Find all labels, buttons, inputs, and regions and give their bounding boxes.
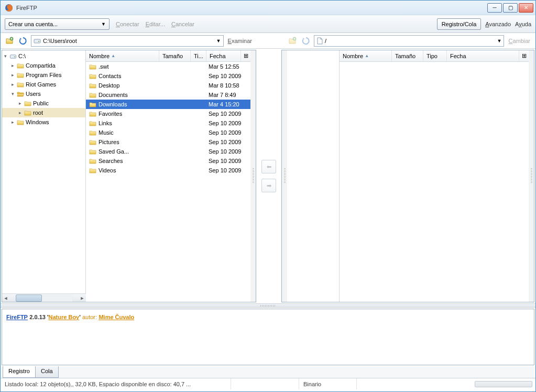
remote-tree[interactable] <box>287 50 340 302</box>
account-dropdown[interactable]: Crear una cuenta... ▼ <box>5 18 110 30</box>
remote-rows[interactable] <box>340 62 529 302</box>
local-pane-splitter[interactable] <box>250 50 256 302</box>
status-progress-bar <box>475 381 532 387</box>
file-row[interactable]: DocumentsMar 7 8:49 <box>86 90 250 100</box>
tree-node[interactable]: ▸Program Files <box>2 70 85 80</box>
file-row[interactable]: VideosSep 10 2009 <box>86 166 250 175</box>
local-new-folder-button[interactable] <box>4 35 15 47</box>
remote-refresh-button[interactable] <box>300 35 312 47</box>
folder-open-icon <box>17 91 24 97</box>
folder-icon <box>24 101 31 106</box>
col-date[interactable]: Fecha <box>206 50 241 61</box>
file-row[interactable]: .swtMar 5 12:55 <box>86 62 250 71</box>
twisty-icon: ▸ <box>12 82 17 87</box>
local-refresh-button[interactable] <box>17 35 29 47</box>
file-name: Desktop <box>99 82 119 89</box>
remote-new-folder-button[interactable] <box>287 35 298 47</box>
column-picker-button[interactable]: ⊞ <box>241 50 250 61</box>
main-area: ▾C:\▸Compartida▸Program Files▸Riot Games… <box>1 49 535 303</box>
edit-button[interactable]: Editar... <box>146 21 165 27</box>
remote-change-button[interactable]: Cambiar <box>506 38 532 44</box>
col-name[interactable]: Nombre▲ <box>340 50 392 61</box>
file-date: Sep 10 2009 <box>206 73 250 79</box>
tree-node[interactable]: ▾C:\ <box>2 51 85 61</box>
tree-node[interactable]: ▸root <box>2 108 85 117</box>
remote-path-text: / <box>325 38 495 44</box>
col-type[interactable]: Tipo <box>423 50 447 61</box>
col-size[interactable]: Tamaño <box>392 50 423 61</box>
tree-node[interactable]: ▸Riot Games <box>2 80 85 89</box>
tree-node[interactable]: ▾Users <box>2 89 85 99</box>
tree-node-label: C:\ <box>18 53 26 59</box>
folder-icon <box>17 63 24 69</box>
folder-icon <box>17 82 24 88</box>
close-button[interactable]: ✕ <box>519 3 533 13</box>
file-date: Mar 5 12:55 <box>206 63 250 70</box>
folder-icon <box>89 130 96 136</box>
local-path-text: C:\Users\root <box>43 38 214 44</box>
new-folder-icon <box>5 37 14 45</box>
log-product-link[interactable]: FireFTP <box>6 314 28 320</box>
local-path-combo[interactable]: C:\Users\root ▼ <box>31 35 224 47</box>
download-button[interactable]: ⬅ <box>261 160 276 173</box>
tab-cola[interactable]: Cola <box>35 366 59 378</box>
col-type[interactable]: Ti... <box>191 50 206 61</box>
file-row[interactable]: Saved Ga...Sep 10 2009 <box>86 147 250 156</box>
folder-icon <box>89 168 96 173</box>
folder-icon <box>89 139 96 145</box>
log-area: FireFTP 2.0.13 'Nature Boy' autor: Mime … <box>2 309 534 365</box>
file-name: Music <box>99 129 114 136</box>
tree-node-label: root <box>33 110 43 116</box>
app-icon <box>5 4 13 12</box>
help-menu[interactable]: Ayuda <box>515 21 531 27</box>
twisty-icon: ▸ <box>12 72 17 78</box>
col-size[interactable]: Tamaño <box>159 50 191 61</box>
tree-node-label: Windows <box>26 119 49 125</box>
file-row[interactable]: MusicSep 10 2009 <box>86 128 250 137</box>
file-row[interactable]: SearchesSep 10 2009 <box>86 156 250 166</box>
local-tree-hscroll[interactable]: ◄► <box>2 293 86 302</box>
file-name: Links <box>99 120 112 126</box>
folder-icon <box>17 72 24 78</box>
log-codename-link[interactable]: Nature Boy <box>49 314 80 320</box>
cancel-button[interactable]: Cancelar <box>171 21 194 27</box>
connect-button[interactable]: Conectar <box>116 21 139 27</box>
folder-icon <box>89 149 96 155</box>
file-name: Downloads <box>99 101 127 107</box>
folder-icon <box>89 121 96 126</box>
status-mid <box>231 378 299 389</box>
remote-pane-splitter-left[interactable] <box>282 50 287 302</box>
tab-registro[interactable]: Registro <box>3 366 36 378</box>
log-tabs: Registro Cola <box>1 366 535 378</box>
tree-node[interactable]: ▸Windows <box>2 117 85 127</box>
local-browse-button[interactable]: Examinar <box>226 38 254 44</box>
log-queue-button[interactable]: Registro/Cola <box>437 18 482 30</box>
remote-path-combo[interactable]: / ▼ <box>314 35 504 47</box>
file-row[interactable]: ContactsSep 10 2009 <box>86 71 250 81</box>
col-date[interactable]: Fecha <box>447 50 519 61</box>
file-row[interactable]: FavoritesSep 10 2009 <box>86 109 250 118</box>
local-rows[interactable]: .swtMar 5 12:55ContactsSep 10 2009Deskto… <box>86 62 250 302</box>
folder-icon <box>89 73 96 79</box>
drive-icon <box>34 38 41 44</box>
remote-pane-splitter-right[interactable] <box>529 50 534 302</box>
status-bar: Listado local: 12 objeto(s),, 32,0 KB, E… <box>1 378 535 389</box>
log-author-link[interactable]: Mime Čuvalo <box>99 314 134 320</box>
file-name: Documents <box>99 92 128 98</box>
col-name[interactable]: Nombre▲ <box>86 50 159 61</box>
file-row[interactable]: PicturesSep 10 2009 <box>86 137 250 147</box>
file-row[interactable]: DesktopMar 8 10:58 <box>86 81 250 90</box>
advanced-menu[interactable]: Avanzado <box>485 21 511 27</box>
file-date: Sep 10 2009 <box>206 111 250 117</box>
tree-node[interactable]: ▸Compartida <box>2 61 85 70</box>
column-picker-button[interactable]: ⊞ <box>519 50 529 61</box>
log-splitter[interactable] <box>1 303 535 308</box>
status-local-listing: Listado local: 12 objeto(s),, 32,0 KB, E… <box>1 378 231 389</box>
minimize-button[interactable]: ─ <box>487 3 502 13</box>
tree-node[interactable]: ▸Public <box>2 99 85 108</box>
file-row[interactable]: LinksSep 10 2009 <box>86 118 250 128</box>
local-tree[interactable]: ▾C:\▸Compartida▸Program Files▸Riot Games… <box>2 50 86 293</box>
upload-button[interactable]: ➡ <box>261 179 276 192</box>
maximize-button[interactable]: ▢ <box>503 3 518 13</box>
file-row[interactable]: DownloadsMar 4 15:20 <box>86 100 250 109</box>
